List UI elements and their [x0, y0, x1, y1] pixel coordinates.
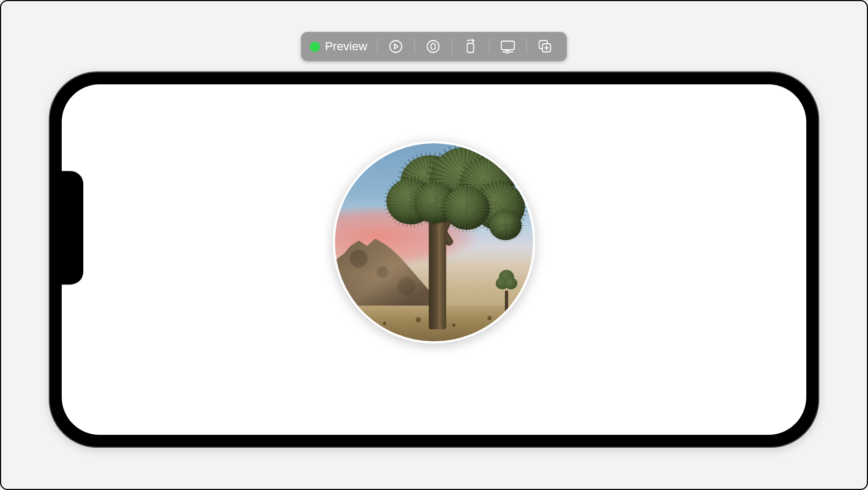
clipped-circle-image: [333, 141, 535, 343]
rotate-icon: [464, 38, 478, 55]
display-slider-icon: [500, 39, 516, 54]
device-screen[interactable]: [62, 84, 806, 435]
svg-rect-2: [431, 44, 436, 50]
preview-toolbar: Preview: [301, 32, 567, 61]
rock-formation: [333, 222, 442, 313]
foliage: [444, 187, 490, 230]
duplicate-plus-icon: [538, 39, 553, 54]
svg-point-1: [428, 41, 439, 52]
device-notch: [62, 171, 83, 284]
divider: [489, 39, 490, 54]
svg-rect-4: [502, 41, 515, 50]
device-frame: [49, 71, 819, 448]
accessibility-inspector-button[interactable]: [417, 35, 450, 58]
rotate-device-button[interactable]: [455, 35, 487, 58]
foliage: [489, 210, 522, 240]
circle-inset-icon: [426, 39, 440, 54]
divider: [415, 39, 415, 54]
preview-status[interactable]: Preview: [306, 39, 374, 54]
divider: [452, 39, 452, 54]
svg-point-0: [390, 41, 402, 52]
joshua-tree-scene: [335, 143, 533, 341]
play-circle-icon: [389, 39, 403, 54]
distant-tree: [496, 270, 517, 313]
device-settings-button[interactable]: [492, 35, 524, 58]
status-indicator-icon: [310, 42, 320, 52]
duplicate-preview-button[interactable]: [529, 35, 562, 58]
svg-rect-3: [468, 43, 474, 52]
divider: [377, 39, 378, 54]
live-preview-button[interactable]: [380, 35, 412, 58]
preview-label: Preview: [325, 39, 367, 54]
svg-point-6: [506, 51, 509, 54]
tree-trunk: [429, 218, 446, 329]
divider: [527, 39, 527, 54]
